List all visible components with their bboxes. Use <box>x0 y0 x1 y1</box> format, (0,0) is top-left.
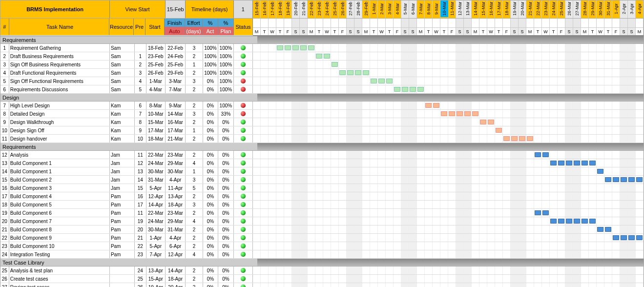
cell-col-res[interactable]: Pam <box>110 226 135 233</box>
cell-col-num[interactable]: 27 <box>0 283 9 287</box>
gantt-bar[interactable] <box>292 45 299 50</box>
cell-col-pact[interactable]: 0% <box>203 85 218 93</box>
gantt-bar[interactable] <box>410 87 416 92</box>
gantt-bar[interactable] <box>558 161 564 165</box>
cell-col-pplan[interactable]: 0% <box>218 151 233 159</box>
cell-col-finish[interactable]: 30-Mar <box>166 167 186 175</box>
cell-col-task[interactable]: Build Component 1 <box>9 159 110 167</box>
cell-col-start[interactable]: 15-Mar <box>146 118 166 126</box>
cell-col-start[interactable]: 24-Mar <box>146 159 166 167</box>
task-row[interactable]: 9Design WalkthroughKam815-Mar16-Mar20%0% <box>0 118 644 126</box>
cell-col-pre[interactable]: 5 <box>135 85 146 93</box>
cell-col-task[interactable]: Build Component 10 <box>9 242 110 250</box>
cell-col-start[interactable]: 7-Apr <box>146 250 166 258</box>
cell-col-num[interactable]: 8 <box>0 110 9 118</box>
cell-col-effort[interactable]: 1 <box>186 126 203 134</box>
cell-col-effort[interactable]: 2 <box>186 209 203 217</box>
cell-col-pre[interactable]: 4 <box>135 77 146 85</box>
cell-col-pplan[interactable]: 100% <box>218 77 233 85</box>
cell-col-start[interactable]: 24-Mar <box>146 217 166 225</box>
task-row[interactable]: 1Requirement GatheringSam18-Feb22-Feb310… <box>0 44 644 52</box>
cell-col-pplan[interactable]: 0% <box>218 266 233 274</box>
cell-col-task[interactable]: Sign Off Business Requirements <box>9 61 110 68</box>
gantt-bar[interactable] <box>402 87 408 92</box>
gantt-bar[interactable] <box>363 70 369 75</box>
cell-col-res[interactable]: Sam <box>110 44 135 52</box>
cell-col-task[interactable]: Requirement Gathering <box>9 44 110 52</box>
cell-col-finish[interactable]: 9-Mar <box>166 102 186 109</box>
gantt-bar[interactable] <box>300 45 307 50</box>
task-row[interactable]: 3Sign Off Business RequirementsSam225-Fe… <box>0 61 644 69</box>
cell-col-pre[interactable]: 20 <box>135 226 146 233</box>
task-row[interactable]: 7High Level DesignKam68-Mar9-Mar20%100% <box>0 102 644 110</box>
gantt-bar[interactable] <box>332 62 338 67</box>
cell-col-start[interactable]: 26-Feb <box>146 69 166 77</box>
cell-col-effort[interactable]: 2 <box>186 102 203 109</box>
cell-col-num[interactable]: 18 <box>0 201 9 208</box>
cell-col-pact[interactable]: 100% <box>203 44 218 52</box>
task-row[interactable]: 17Build Component 4Pam1612-Apr13-Apr20%0… <box>0 192 644 201</box>
cell-col-num[interactable]: 17 <box>0 192 9 200</box>
cell-col-effort[interactable]: 2 <box>186 85 203 93</box>
cell-col-num[interactable]: 6 <box>0 85 9 93</box>
gantt-bar[interactable] <box>503 136 510 141</box>
gantt-bar[interactable] <box>472 111 478 116</box>
cell-col-task[interactable]: Analysis & test plan <box>9 266 110 274</box>
cell-col-effort[interactable]: 3 <box>186 44 203 52</box>
cell-col-pplan[interactable]: 0% <box>218 209 233 217</box>
group-row[interactable]: Requirements <box>0 143 644 151</box>
gantt-bar[interactable] <box>316 54 322 59</box>
cell-col-num[interactable]: 11 <box>0 135 9 143</box>
cell-col-finish[interactable]: 17-Mar <box>166 126 186 134</box>
task-row[interactable]: 27Review test cases2619-Apr20-Apr20%0% <box>0 283 644 287</box>
gantt-bar[interactable] <box>324 54 330 59</box>
gantt-bar[interactable] <box>550 219 557 224</box>
gantt-bar[interactable] <box>441 111 447 116</box>
cell-col-pplan[interactable]: 0% <box>218 275 233 283</box>
gantt-bar[interactable] <box>589 161 596 165</box>
cell-col-effort[interactable]: 4 <box>186 217 203 225</box>
cell-col-res[interactable]: Sam <box>110 69 135 77</box>
gantt-bar[interactable] <box>535 152 541 157</box>
cell-col-pact[interactable]: 0% <box>203 275 218 283</box>
cell-col-pre[interactable]: 2 <box>135 61 146 68</box>
cell-col-res[interactable]: Pam <box>110 242 135 250</box>
cell-col-pact[interactable]: 0% <box>203 201 218 208</box>
cell-col-pre[interactable]: 10 <box>135 135 146 143</box>
cell-col-pplan[interactable]: 0% <box>218 234 233 242</box>
cell-col-pre[interactable]: 6 <box>135 102 146 109</box>
cell-col-pact[interactable]: 100% <box>203 61 218 68</box>
cell-col-effort[interactable]: 4 <box>186 159 203 167</box>
cell-col-pact[interactable]: 0% <box>203 266 218 274</box>
gantt-bar[interactable] <box>574 219 580 224</box>
cell-col-res[interactable]: Kam <box>110 110 135 118</box>
gantt-bar[interactable] <box>613 177 619 182</box>
cell-col-num[interactable]: 3 <box>0 61 9 68</box>
cell-col-pact[interactable]: 0% <box>203 209 218 217</box>
cell-col-finish[interactable]: 3-Mar <box>166 77 186 85</box>
cell-col-pre[interactable]: 1 <box>135 52 146 60</box>
cell-col-task[interactable]: Build Component 6 <box>9 209 110 217</box>
cell-col-start[interactable]: 18-Mar <box>146 135 166 143</box>
cell-col-task[interactable]: Create test cases <box>9 275 110 283</box>
cell-col-start[interactable]: 19-Apr <box>146 283 166 287</box>
cell-col-res[interactable]: Sam <box>110 61 135 68</box>
view-start-date[interactable]: 15-Feb <box>166 0 186 18</box>
cell-col-pplan[interactable]: 100% <box>218 85 233 93</box>
gantt-bar[interactable] <box>582 219 588 224</box>
cell-col-res[interactable]: Pam <box>110 217 135 225</box>
cell-col-pre[interactable] <box>135 44 146 52</box>
cell-col-num[interactable]: 19 <box>0 209 9 217</box>
gantt-bar[interactable] <box>605 177 611 182</box>
gantt-bar[interactable] <box>589 219 596 224</box>
cell-col-pplan[interactable]: 0% <box>218 226 233 233</box>
gantt-bar[interactable] <box>550 161 557 165</box>
cell-col-task[interactable]: Analysis <box>9 151 110 159</box>
cell-col-finish[interactable]: 12-Apr <box>166 250 186 258</box>
cell-col-effort[interactable]: 2 <box>186 135 203 143</box>
cell-col-task[interactable]: Build Component 5 <box>9 201 110 208</box>
cell-col-effort[interactable]: 3 <box>186 77 203 85</box>
cell-col-res[interactable]: Kam <box>110 126 135 134</box>
cell-col-pplan[interactable]: 0% <box>218 135 233 143</box>
cell-col-effort[interactable]: 2 <box>186 192 203 200</box>
